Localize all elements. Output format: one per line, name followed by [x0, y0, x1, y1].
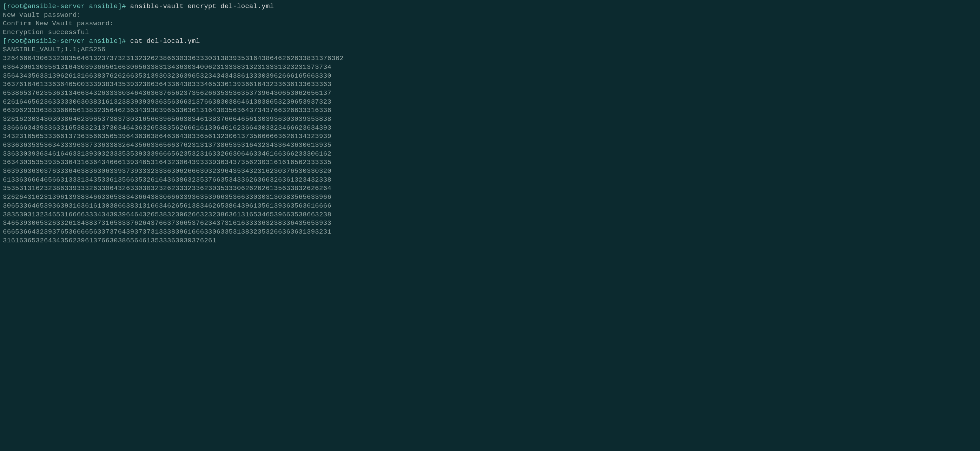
output-text: 3432316565333661373635663565396436363864…: [3, 132, 331, 140]
terminal-line: 3465393065326332613438373165333762643766…: [3, 219, 977, 228]
terminal-line: 3264666430633238356461323737323132326238…: [3, 54, 977, 63]
terminal-line: Confirm New Vault password:: [3, 19, 977, 28]
output-text: Confirm New Vault password:: [3, 20, 114, 27]
output-text: 3835393132346531666633343439396464326538…: [3, 211, 331, 218]
output-text: 3264666430633238356461323737323132326238…: [3, 54, 344, 62]
terminal-line: 6538653762353631346634326333303464363637…: [3, 89, 977, 98]
output-text: 6336363535363433396337336338326435663365…: [3, 141, 331, 149]
terminal-line: 6261646562363333306303831613238393939363…: [3, 98, 977, 107]
output-text: 3065336465393639316361613038663831316634…: [3, 202, 331, 210]
output-text: 3363303936346164633139303233353539333966…: [3, 150, 331, 158]
output-text: 3634303535393533643163643466613934653164…: [3, 158, 331, 166]
shell-prompt: [root@ansible-server ansible]#: [3, 2, 130, 10]
terminal-line: $ANSIBLE_VAULT;1.1;AES256: [3, 45, 977, 54]
output-text: 6665366432393765366665633737643937373133…: [3, 228, 331, 236]
terminal-line: [root@ansible-server ansible]# ansible-v…: [3, 2, 977, 11]
command-text: ansible-vault encrypt del-local.yml: [130, 2, 274, 10]
terminal-line: 3261623034303038646239653738373031656639…: [3, 115, 977, 124]
terminal-line: 3363303936346164633139303233353539333966…: [3, 150, 977, 158]
terminal-line: 3634303535393533643163643466613934653164…: [3, 158, 977, 167]
shell-prompt: [root@ansible-server ansible]#: [3, 37, 130, 45]
output-text: 3465393065326332613438373165333762643766…: [3, 219, 331, 227]
terminal-line: 3432316565333661373635663565396436363864…: [3, 132, 977, 141]
output-text: 6133636664656631333134353361356635326164…: [3, 176, 331, 184]
output-text: 3161636532643435623961376630386564613533…: [3, 237, 216, 244]
output-text: 6261646562363333306303831613238393939363…: [3, 98, 331, 106]
terminal-line: 3535313162323863393332633064326330303232…: [3, 184, 977, 193]
terminal-line: 3637616461336364650033393834353932306364…: [3, 80, 977, 89]
terminal-line: New Vault password:: [3, 11, 977, 20]
terminal-line: 3262643162313961393834663365383436643830…: [3, 193, 977, 202]
output-text: 6364306130356131643039366561663065633831…: [3, 63, 331, 71]
command-text: cat del-local.yml: [130, 37, 200, 45]
output-text: 3639363630376333646383630633937393332333…: [3, 167, 331, 175]
output-text: 3262643162313961393834663365383436643830…: [3, 193, 331, 201]
terminal-line: 6665366432393765366665633737643937373133…: [3, 228, 977, 236]
output-text: 3261623034303038646239653738373031656639…: [3, 115, 331, 123]
terminal-line: 3564343563313962613166383762626635313930…: [3, 72, 977, 80]
output-text: 3366663439336331653832313730346436326538…: [3, 124, 331, 132]
terminal-line: 6639623336383366656138323564623634393039…: [3, 106, 977, 115]
terminal-line: 3366663439336331653832313730346436326538…: [3, 124, 977, 132]
terminal-line: Encryption successful: [3, 28, 977, 37]
terminal-line: 3639363630376333646383630633937393332333…: [3, 167, 977, 175]
terminal-line: 3835393132346531666633343439396464326538…: [3, 210, 977, 219]
output-text: 3564343563313962613166383762626635313930…: [3, 72, 331, 80]
output-text: 3637616461336364650033393834353932306364…: [3, 80, 331, 88]
terminal-line: 6133636664656631333134353361356635326164…: [3, 175, 977, 185]
output-text: 6639623336383366656138323564623634393039…: [3, 107, 331, 114]
output-text: Encryption successful: [3, 29, 89, 36]
terminal-line: [root@ansible-server ansible]# cat del-l…: [3, 37, 977, 46]
output-text: New Vault password:: [3, 11, 81, 19]
output-text: $ANSIBLE_VAULT;1.1;AES256: [3, 46, 106, 53]
output-text: 6538653762353631346634326333303464363637…: [3, 89, 331, 97]
terminal-line: 6336363535363433396337336338326435663365…: [3, 141, 977, 150]
terminal-line: 3161636532643435623961376630386564613533…: [3, 236, 977, 245]
terminal-window[interactable]: [root@ansible-server ansible]# ansible-v…: [3, 2, 977, 245]
terminal-line: 6364306130356131643039366561663065633831…: [3, 63, 977, 72]
terminal-line: 3065336465393639316361613038663831316634…: [3, 202, 977, 210]
output-text: 3535313162323863393332633064326330303232…: [3, 185, 331, 192]
